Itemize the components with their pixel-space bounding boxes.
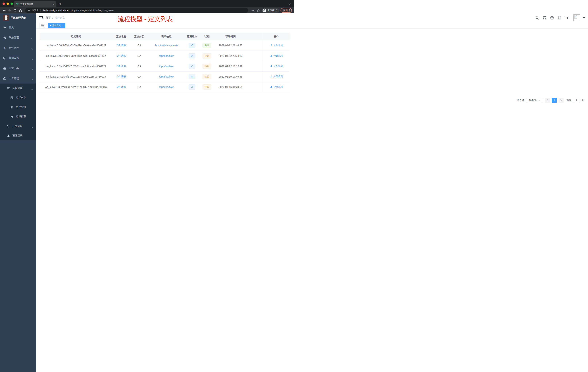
update-label[interactable]: 更新 xyxy=(283,9,288,12)
breadcrumb: 首页 / 流程定义 xyxy=(46,16,65,20)
app-title: 芋道管理系统 xyxy=(10,16,26,20)
breadcrumb-current: 流程定义 xyxy=(55,16,65,20)
assign-rule-link[interactable]: 分配规则 xyxy=(270,65,283,68)
status-badge: 挂起 xyxy=(202,74,211,79)
assign-rule-link[interactable]: 分配规则 xyxy=(270,75,283,78)
sidebar-item-leave-query[interactable]: 请假查询 xyxy=(0,131,36,140)
warning-triangle-icon[interactable] xyxy=(28,9,30,12)
sidebar-item-label: 用户分组 xyxy=(16,106,26,109)
toolbox-icon xyxy=(3,77,6,80)
column-header-id: 定义编号 xyxy=(40,33,112,40)
person-icon xyxy=(270,65,273,67)
sidebar-collapse-icon[interactable] xyxy=(39,16,43,20)
table-row: oa_leave:2:3c1f0ef1-76b1-11ec-9c66-a2380… xyxy=(40,71,290,82)
back-icon[interactable] xyxy=(2,8,6,12)
robot-face-icon xyxy=(10,106,13,109)
window-zoom-button[interactable] xyxy=(10,2,13,5)
sidebar-item-process-management[interactable]: 流程管理 xyxy=(0,84,36,93)
chevron-down-icon xyxy=(31,47,33,49)
reload-icon[interactable] xyxy=(13,8,17,12)
app-logo-rabbit-avatar xyxy=(3,15,9,21)
sidebar-item-label: 基础设施 xyxy=(9,56,19,60)
definition-name-link[interactable]: OA 请假 xyxy=(116,75,126,78)
chevron-up-icon xyxy=(31,78,33,79)
sidebar-item-infrastructure[interactable]: 基础设施 xyxy=(0,53,36,63)
definition-name-link[interactable]: OA 请假 xyxy=(116,44,126,47)
form-link[interactable]: /bpm/oa/flow xyxy=(159,75,173,78)
list-icon xyxy=(7,87,10,90)
cell-category: OA xyxy=(130,51,148,61)
sidebar-item-process-form[interactable]: 流程表单 xyxy=(0,93,36,102)
sidebar-item-system[interactable]: 系统管理 xyxy=(0,33,36,43)
definition-name-link[interactable]: OA 请假 xyxy=(116,65,126,67)
gear-icon xyxy=(3,36,6,39)
assign-rule-link[interactable]: 分配规则 xyxy=(270,85,283,88)
breadcrumb-home[interactable]: 首页 xyxy=(46,16,51,20)
assign-rule-link[interactable]: 分配规则 xyxy=(270,54,283,57)
cell-spacer xyxy=(247,71,263,82)
status-badge: 激活 xyxy=(202,43,211,48)
chevron-down-icon xyxy=(31,68,33,69)
bookmark-star-icon[interactable] xyxy=(256,8,260,12)
sidebar-item-user-group[interactable]: 用户分组 xyxy=(0,102,36,112)
version-badge: v4 xyxy=(189,53,195,58)
tag-process-definition[interactable]: 流程定义 × xyxy=(48,23,65,28)
window-controls[interactable] xyxy=(2,2,13,5)
tab-close-icon[interactable]: × xyxy=(53,3,54,6)
monitor-icon xyxy=(3,57,6,60)
definition-name-link[interactable]: OA 请假 xyxy=(116,85,126,88)
security-label[interactable]: 不安全 xyxy=(32,9,39,12)
sidebar-item-devtools[interactable]: 研发工具 xyxy=(0,63,36,73)
sidebar-logo-row[interactable]: 芋道管理系统 xyxy=(0,13,36,22)
tag-close-icon[interactable]: × xyxy=(62,23,64,28)
cell-definition-id: oa_leave:4:991f2193-7b7f-11ec-a3c8-acde4… xyxy=(40,51,112,61)
assign-rule-link[interactable]: 分配规则 xyxy=(270,44,283,47)
form-link[interactable]: /bpm/oa/leave/create xyxy=(155,44,178,47)
window-minimize-button[interactable] xyxy=(7,2,9,5)
tag-home[interactable]: 首页 xyxy=(39,23,47,28)
url-host: dashboard.yudao.iocoder.cn xyxy=(42,9,72,12)
cell-deploy-time: 2022-01-22 19:19:11 xyxy=(214,61,247,71)
person-icon xyxy=(270,55,273,57)
yen-icon: ¥ xyxy=(3,46,6,50)
breadcrumb-separator: / xyxy=(52,16,53,19)
url-path: /bpm/manager/definition?key=oa_leave xyxy=(72,9,114,12)
kebab-menu-icon[interactable] xyxy=(289,9,290,11)
active-tag-dot xyxy=(50,25,51,26)
version-badge: v3 xyxy=(189,64,195,69)
cell-deploy-time: 2022-01-22 20:34:10 xyxy=(214,51,247,61)
sidebar-item-payment[interactable]: ¥ 支付管理 xyxy=(0,43,36,53)
key-icon[interactable] xyxy=(251,8,255,12)
table-row: oa_leave:3:1fad3d93-7b75-11ec-a3c8-acde4… xyxy=(40,61,290,71)
sidebar-item-label: 工作流程 xyxy=(9,77,19,80)
sidebar-item-task-management[interactable]: 任务管理 xyxy=(0,121,36,131)
page-annotation: 流程模型 - 定义列表 xyxy=(118,15,173,23)
window-close-button[interactable] xyxy=(2,2,5,5)
address-bar[interactable]: 不安全 dashboard.yudao.iocoder.cn/bpm/manag… xyxy=(25,8,248,13)
sidebar-item-label: 首页 xyxy=(9,26,14,29)
form-link[interactable]: /bpm/oa/flow xyxy=(159,65,173,68)
cell-definition-id: oa_leave:3:1fad3d93-7b75-11ec-a3c8-acde4… xyxy=(40,61,112,71)
tab-search-chevron-icon[interactable] xyxy=(289,2,291,6)
form-link[interactable]: /bpm/oa/flow xyxy=(159,55,173,57)
user-icon xyxy=(7,134,10,137)
cell-spacer xyxy=(247,82,263,92)
cell-spacer xyxy=(247,61,263,71)
home-icon[interactable] xyxy=(19,8,22,12)
sidebar-item-home[interactable]: 首页 xyxy=(0,22,36,33)
browser-update-button[interactable]: 更新 xyxy=(281,8,292,13)
person-icon xyxy=(270,44,273,47)
form-link[interactable]: /bpm/oa/flow xyxy=(159,86,173,88)
column-header-status: 状态 xyxy=(200,33,214,40)
tree-icon xyxy=(7,125,10,128)
sidebar-item-workflow[interactable]: 工作流程 xyxy=(0,73,36,84)
new-tab-button[interactable]: + xyxy=(59,2,62,6)
browser-toolbar: 不安全 dashboard.yudao.iocoder.cn/bpm/manag… xyxy=(0,7,294,13)
sidebar-item-label: 研发工具 xyxy=(9,67,19,70)
browser-tab[interactable]: 芋道管理系统 × xyxy=(14,1,56,7)
cell-deploy-time: 2022-01-16 17:46:53 xyxy=(214,71,247,82)
sidebar-item-process-model[interactable]: 流程模型 xyxy=(0,112,36,121)
definition-name-link[interactable]: OA 请假 xyxy=(116,54,126,57)
cell-spacer xyxy=(247,51,263,61)
forward-icon[interactable] xyxy=(8,8,12,12)
